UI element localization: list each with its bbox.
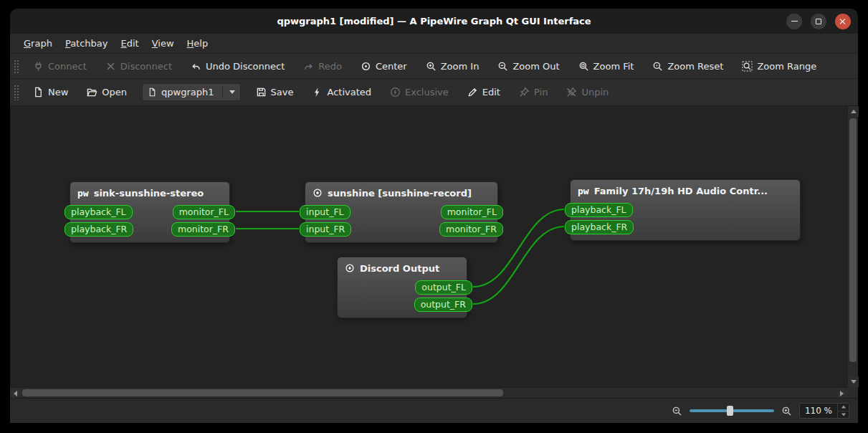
zoom-spinbox[interactable]: 110 % [799,403,849,419]
zoom-reset-icon [652,61,663,72]
open-button[interactable]: Open [77,79,136,105]
connect-button[interactable]: Connect [24,54,96,78]
spin-up-button[interactable] [838,404,849,411]
port-output-fr[interactable]: output_FR [414,298,472,312]
new-button[interactable]: New [24,79,77,105]
zoom-range-button[interactable]: Zoom Range [733,54,826,78]
arrow-up-icon [851,110,857,113]
horizontal-scrollbar[interactable] [10,387,847,398]
menu-patchbay[interactable]: Patchbay [59,34,115,53]
vertical-scroll-thumb[interactable] [849,118,857,362]
port-monitor-fr[interactable]: monitor_FR [439,222,503,237]
port-input-fl[interactable]: input_FL [300,205,350,219]
node-title: sunshine [sunshine-record] [328,188,472,199]
menu-help[interactable]: Help [181,34,215,53]
zoom-in-icon[interactable] [781,406,792,417]
scroll-left-button[interactable] [10,388,21,399]
graph-canvas[interactable]: pw sink-sunshine-stereo playback_FL moni… [10,106,847,387]
arrow-up-icon [841,406,845,409]
horizontal-scroll-track[interactable] [21,388,836,398]
save-button[interactable]: Save [247,79,303,105]
activated-button[interactable]: Activated [302,79,381,105]
connection-wires [10,106,847,387]
maximize-button[interactable] [811,14,826,29]
lightning-icon [312,87,323,97]
edit-button[interactable]: Edit [458,79,510,105]
pencil-icon [467,87,478,97]
unpin-icon [566,87,577,97]
vertical-scrollbar[interactable] [847,106,858,387]
node-family-hd-audio[interactable]: pw Family 17h/19h HD Audio Contr... play… [570,179,801,241]
circled-lightning-icon [390,87,401,97]
zoom-out-icon[interactable] [672,406,682,417]
pipewire-icon: pw [578,186,589,196]
node-discord-output[interactable]: Discord Output output_FL output_FR [337,257,467,318]
chevron-down-icon[interactable] [229,90,235,94]
open-folder-icon [87,87,97,97]
zoom-out-label: Zoom Out [512,61,559,72]
pin-button[interactable]: Pin [510,79,557,105]
new-label: New [48,87,68,97]
connect-label: Connect [48,61,87,72]
port-monitor-fl[interactable]: monitor_FL [173,205,235,219]
menubar: Graph Patchbay Edit View Help [10,34,858,54]
arrow-down-icon [841,413,845,416]
vertical-scroll-track[interactable] [848,117,858,376]
node-sink-sunshine-stereo[interactable]: pw sink-sunshine-stereo playback_FL moni… [70,181,230,243]
exclusive-button[interactable]: Exclusive [381,79,458,105]
zoom-fit-icon [578,61,589,72]
node-title: sink-sunshine-stereo [94,188,204,199]
scroll-down-button[interactable] [848,376,859,387]
menu-view[interactable]: View [146,34,181,53]
port-playback-fl[interactable]: playback_FL [65,205,133,219]
zoom-fit-button[interactable]: Zoom Fit [569,54,644,78]
save-label: Save [271,87,294,97]
arrow-down-icon [851,380,857,384]
window-controls [786,14,851,29]
zoom-reset-button[interactable]: Zoom Reset [643,54,733,78]
zoom-value: 110 % [800,404,837,418]
scroll-right-button[interactable] [836,388,847,399]
redo-button[interactable]: Redo [294,54,351,78]
spin-down-button[interactable] [838,411,849,419]
zoom-out-button[interactable]: Zoom Out [488,54,568,78]
close-button[interactable] [835,14,851,29]
arrow-left-icon [14,391,17,396]
titlebar[interactable]: qpwgraph1 [modified] — A PipeWire Graph … [10,9,858,34]
port-playback-fr[interactable]: playback_FR [65,222,133,237]
disconnect-button[interactable]: Disconnect [96,54,181,78]
zoom-in-button[interactable]: Zoom In [416,54,489,78]
graph-toolbar: Connect Disconnect Undo Disconnect Redo … [10,54,858,79]
record-icon [345,263,355,273]
zoom-in-icon [426,61,437,72]
zoom-slider[interactable] [690,405,774,417]
center-button[interactable]: Center [351,54,416,78]
port-monitor-fr[interactable]: monitor_FR [171,222,235,237]
pin-label: Pin [534,87,548,97]
node-title: Discord Output [360,263,439,274]
zoom-range-icon [742,61,753,72]
menu-edit[interactable]: Edit [115,34,146,53]
spin-buttons [837,404,849,418]
port-output-fl[interactable]: output_FL [415,280,472,295]
port-monitor-fl[interactable]: monitor_FL [441,205,503,219]
exclusive-label: Exclusive [405,87,449,97]
undo-disconnect-button[interactable]: Undo Disconnect [181,54,294,78]
menu-graph[interactable]: Graph [17,34,59,53]
patchbay-file-combobox[interactable]: qpwgraph1 [142,83,240,101]
toolbar-handle[interactable] [13,59,19,73]
port-playback-fl[interactable]: playback_FL [565,203,633,217]
node-sunshine-record[interactable]: sunshine [sunshine-record] input_FL moni… [305,181,498,243]
combo-divider [222,87,223,98]
document-icon [148,87,157,97]
unpin-button[interactable]: Unpin [557,79,618,105]
center-label: Center [376,61,407,72]
scroll-up-button[interactable] [848,106,859,117]
zoom-slider-handle[interactable] [727,406,733,416]
minimize-button[interactable] [786,14,802,29]
horizontal-scroll-thumb[interactable] [22,389,503,396]
port-input-fr[interactable]: input_FR [300,222,351,237]
port-playback-fr[interactable]: playback_FR [565,220,634,234]
toolbar-handle[interactable] [13,84,19,100]
scrollbar-corner [847,387,858,398]
